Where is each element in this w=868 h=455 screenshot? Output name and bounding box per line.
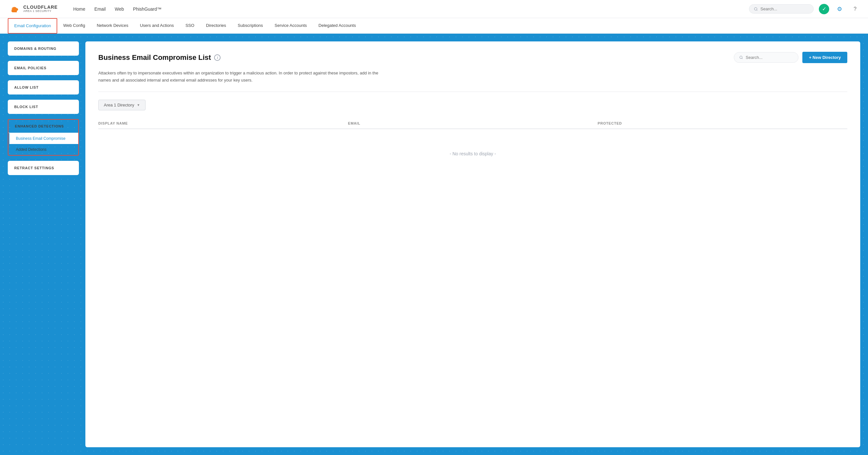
global-search[interactable] xyxy=(749,4,814,13)
cloudflare-logo-icon xyxy=(8,3,21,16)
col-protected: PROTECTED xyxy=(598,121,847,125)
sidebar-domains-routing[interactable]: DOMAINS & ROUTING xyxy=(8,41,79,56)
logo-text: CLOUDFLARE AREA 1 SECURITY xyxy=(23,5,58,13)
sidebar-section-email-policies: EMAIL POLICIES xyxy=(8,61,79,75)
tab-delegated-accounts[interactable]: Delegated Accounts xyxy=(313,18,362,34)
tab-service-accounts[interactable]: Service Accounts xyxy=(269,18,313,34)
header-actions: + New Directory xyxy=(734,52,847,63)
sidebar-allow-list[interactable]: ALLOW LIST xyxy=(8,80,79,94)
gear-icon[interactable]: ⚙ xyxy=(834,4,845,14)
tab-web-config[interactable]: Web Config xyxy=(57,18,91,34)
shield-check-icon[interactable]: ✓ xyxy=(819,4,829,14)
table-header: DISPLAY NAME EMAIL PROTECTED xyxy=(98,118,847,129)
sidebar-block-list[interactable]: BLOCK LIST xyxy=(8,100,79,114)
global-search-input[interactable] xyxy=(760,6,809,11)
top-nav-links: Home Email Web PhishGuard™ xyxy=(73,6,739,12)
page-title: Business Email Compromise List xyxy=(98,53,211,62)
svg-line-4 xyxy=(742,58,743,59)
svg-line-2 xyxy=(757,10,757,10)
sidebar-email-policies[interactable]: EMAIL POLICIES xyxy=(8,61,79,75)
content-search-input[interactable] xyxy=(746,55,793,60)
sidebar-section-domains: DOMAINS & ROUTING xyxy=(8,41,79,56)
sidebar-added-detections[interactable]: Added Detections xyxy=(8,144,78,155)
directory-dropdown[interactable]: Area 1 Directory ▼ xyxy=(98,100,146,110)
tab-email-configuration[interactable]: Email Configuration xyxy=(8,18,57,34)
svg-point-3 xyxy=(740,56,743,59)
nav-web[interactable]: Web xyxy=(115,6,124,12)
top-navigation: CLOUDFLARE AREA 1 SECURITY Home Email We… xyxy=(0,0,868,18)
sidebar: DOMAINS & ROUTING EMAIL POLICIES ALLOW L… xyxy=(8,41,79,447)
info-icon[interactable]: i xyxy=(214,54,221,61)
new-directory-button[interactable]: + New Directory xyxy=(802,52,847,63)
search-icon xyxy=(739,55,743,60)
sidebar-retract-settings[interactable]: RETRACT SETTINGS xyxy=(8,161,79,175)
main-content: Business Email Compromise List i + New D… xyxy=(85,41,860,447)
search-icon xyxy=(754,7,758,11)
secondary-navigation: Email Configuration Web Config Network D… xyxy=(0,18,868,34)
sidebar-section-allow-list: ALLOW LIST xyxy=(8,80,79,94)
no-results-message: - No results to display - xyxy=(98,132,847,176)
logo[interactable]: CLOUDFLARE AREA 1 SECURITY xyxy=(8,3,58,16)
col-display-name: DISPLAY NAME xyxy=(98,121,348,125)
nav-phishguard[interactable]: PhishGuard™ xyxy=(133,6,161,12)
sidebar-enhanced-detections: ENHANCED DETECTIONS Business Email Compr… xyxy=(8,119,79,156)
sidebar-section-retract-settings: RETRACT SETTINGS xyxy=(8,161,79,175)
nav-email[interactable]: Email xyxy=(94,6,106,12)
content-header: Business Email Compromise List i + New D… xyxy=(98,52,847,63)
nav-home[interactable]: Home xyxy=(73,6,85,12)
top-nav-right: ✓ ⚙ ? xyxy=(749,4,860,14)
tab-network-devices[interactable]: Network Devices xyxy=(91,18,134,34)
help-icon[interactable]: ? xyxy=(850,4,860,14)
tab-subscriptions[interactable]: Subscriptions xyxy=(232,18,269,34)
sidebar-enhanced-detections-title: ENHANCED DETECTIONS xyxy=(8,120,78,133)
tab-sso[interactable]: SSO xyxy=(180,18,200,34)
tab-users-and-actions[interactable]: Users and Actions xyxy=(134,18,180,34)
description-text: Attackers often try to impersonate execu… xyxy=(98,69,390,84)
main-layout: DOMAINS & ROUTING EMAIL POLICIES ALLOW L… xyxy=(0,34,868,455)
sidebar-business-email-compromise[interactable]: Business Email Compromise xyxy=(8,133,78,144)
tab-directories[interactable]: Directories xyxy=(200,18,232,34)
chevron-down-icon: ▼ xyxy=(137,103,140,107)
title-row: Business Email Compromise List i xyxy=(98,53,221,62)
svg-point-1 xyxy=(754,7,757,10)
col-email: EMAIL xyxy=(348,121,598,125)
content-search[interactable] xyxy=(734,52,799,63)
svg-point-0 xyxy=(12,7,17,11)
sidebar-section-block-list: BLOCK LIST xyxy=(8,100,79,114)
